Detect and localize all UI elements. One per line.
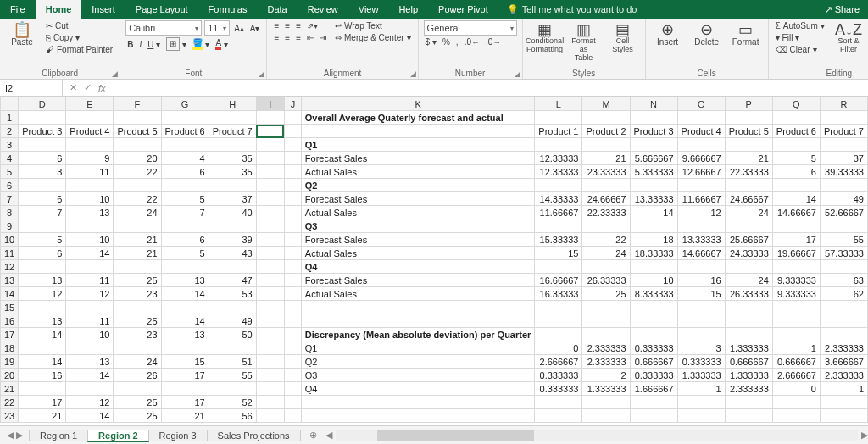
align-middle-button[interactable]: ≡ [283,20,292,31]
cell-Q3[interactable] [772,138,820,152]
cell-E15[interactable] [66,301,114,314]
wrap-text-button[interactable]: ↩Wrap Text [333,20,413,31]
sort-filter-button[interactable]: A↓ZSort & Filter [832,20,865,56]
cell-M7[interactable]: 24.66667 [582,192,630,206]
tab-insert[interactable]: Insert [81,0,125,19]
col-header-L[interactable]: L [535,97,582,111]
cell-D4[interactable]: 6 [19,152,66,165]
cell-E11[interactable]: 14 [66,247,114,260]
cell-Q17[interactable] [772,328,820,341]
cell-I7[interactable] [256,192,284,206]
cell-J18[interactable] [284,341,301,355]
cell-F5[interactable]: 22 [114,165,161,179]
cell-E1[interactable] [66,111,114,125]
cell-J23[interactable] [284,409,301,423]
cell-E17[interactable]: 10 [66,328,114,341]
cell-O19[interactable]: 0.333333 [677,355,725,369]
cell-H8[interactable]: 40 [209,206,256,219]
cell-R1[interactable] [820,111,867,125]
cell-I6[interactable] [256,179,284,192]
cell-M23[interactable] [582,409,630,423]
row-header-1[interactable]: 1 [1,111,19,125]
cell-O16[interactable] [677,314,725,328]
cell-M10[interactable]: 22 [582,233,630,247]
cell-D21[interactable] [19,382,66,396]
cell-I22[interactable] [256,396,284,409]
accept-formula-button[interactable]: ✓ [84,82,92,93]
cell-D17[interactable]: 14 [19,328,66,341]
cell-F4[interactable]: 20 [114,152,161,165]
col-header-F[interactable]: F [114,97,161,111]
row-header-18[interactable]: 18 [1,341,19,355]
cell-D18[interactable] [19,341,66,355]
font-launcher-icon[interactable]: ◢ [259,69,264,78]
cell-N8[interactable]: 14 [630,206,677,219]
cell-Q15[interactable] [772,301,820,314]
cell-M19[interactable]: 2.333333 [582,355,630,369]
cell-J9[interactable] [284,219,301,233]
cell-E23[interactable]: 14 [66,409,114,423]
cell-N5[interactable]: 5.333333 [630,165,677,179]
cell-N9[interactable] [630,219,677,233]
cell-G6[interactable] [161,179,209,192]
cell-F7[interactable]: 22 [114,192,161,206]
cell-J22[interactable] [284,396,301,409]
cell-P13[interactable]: 24 [725,274,772,287]
cell-R11[interactable]: 57.33333 [820,247,867,260]
cell-L9[interactable] [535,219,582,233]
cell-E8[interactable]: 13 [66,206,114,219]
cell-G17[interactable]: 13 [161,328,209,341]
cell-H9[interactable] [209,219,256,233]
cell-I2[interactable] [256,125,284,138]
cell-G11[interactable]: 5 [161,247,209,260]
cell-G21[interactable] [161,382,209,396]
format-cells-button[interactable]: ▭Format [729,20,763,48]
delete-cells-button[interactable]: ⊖Delete [690,20,724,48]
cell-E16[interactable]: 11 [66,314,114,328]
cell-D5[interactable]: 3 [19,165,66,179]
cell-O21[interactable]: 1 [677,382,725,396]
cell-K2[interactable] [301,125,535,138]
col-header-corner[interactable] [1,97,19,111]
cell-H13[interactable]: 47 [209,274,256,287]
name-box[interactable]: I2 [0,80,63,96]
row-header-13[interactable]: 13 [1,274,19,287]
cell-R17[interactable] [820,328,867,341]
cell-D9[interactable] [19,219,66,233]
cell-J1[interactable] [284,111,301,125]
increase-font-button[interactable]: A▴ [232,20,246,36]
cell-I5[interactable] [256,165,284,179]
cell-P12[interactable] [725,260,772,274]
cell-H14[interactable]: 53 [209,287,256,301]
cell-G16[interactable]: 14 [161,314,209,328]
cell-P18[interactable]: 1.333333 [725,341,772,355]
col-header-O[interactable]: O [677,97,725,111]
cell-D8[interactable]: 7 [19,206,66,219]
row-header-11[interactable]: 11 [1,247,19,260]
cell-F11[interactable]: 21 [114,247,161,260]
cell-G4[interactable]: 4 [161,152,209,165]
cell-R3[interactable] [820,138,867,152]
bold-button[interactable]: B [125,36,135,52]
cell-P21[interactable]: 2.333333 [725,382,772,396]
cell-F16[interactable]: 25 [114,314,161,328]
cell-O1[interactable] [677,111,725,125]
conditional-formatting-button[interactable]: ▦Conditional Formatting [528,20,562,56]
cell-H18[interactable] [209,341,256,355]
cell-E12[interactable] [66,260,114,274]
align-center-button[interactable]: ≡ [283,32,292,43]
cancel-formula-button[interactable]: ✕ [70,82,77,93]
cell-D13[interactable]: 13 [19,274,66,287]
cell-E2[interactable]: Product 4 [66,125,114,138]
comma-button[interactable]: , [454,36,460,47]
autosum-button[interactable]: ΣAutoSum ▾ [774,20,826,31]
cell-H2[interactable]: Product 7 [209,125,256,138]
cell-J17[interactable] [284,328,301,341]
cell-R9[interactable] [820,219,867,233]
cell-I10[interactable] [256,233,284,247]
cell-M14[interactable]: 25 [582,287,630,301]
col-header-E[interactable]: E [66,97,114,111]
cell-L18[interactable]: 0 [535,341,582,355]
cell-O18[interactable]: 3 [677,341,725,355]
font-color-button[interactable]: A▾ [214,36,230,52]
